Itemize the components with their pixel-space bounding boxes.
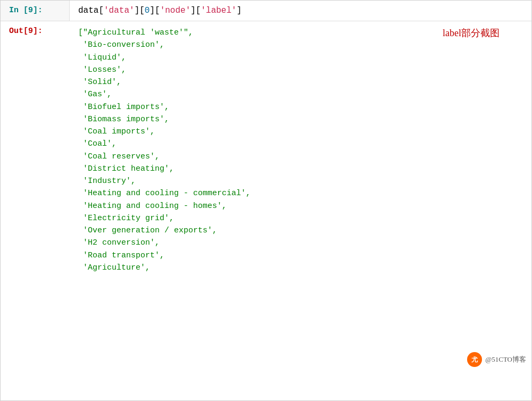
output-line: 'H2 conversion', [78,237,523,249]
output-line: 'Biomass imports', [78,113,523,126]
input-label: In [9]: [1,1,70,21]
output-line: 'Heating and cooling - commercial', [78,187,523,199]
input-cell: In [9]: data['data'][0]['node']['label'] [1,1,531,21]
output-line: 'District heating', [78,163,523,175]
output-line: 'Solid', [78,76,523,88]
output-line: 'Industry', [78,175,523,187]
output-lines: ["Agricultural 'waste'", 'Bio-conversion… [78,27,523,274]
watermark-icon: 尤 [471,355,478,364]
watermark-logo: 尤 [467,352,482,367]
output-line: 'Liquid', [78,52,523,64]
num1: 0 [145,6,150,15]
output-line: 'Coal', [78,138,523,150]
output-content: ["Agricultural 'waste'", 'Bio-conversion… [70,21,531,279]
output-line: 'Heating and cooling - homes', [78,200,523,212]
output-line: 'Over generation / exports', [78,224,523,237]
output-line: 'Losses', [78,64,523,76]
code-text: data [78,6,98,15]
bracket3: ][ [149,6,160,15]
output-line: 'Coal reserves', [78,151,523,163]
bracket2: ][ [135,6,145,15]
bracket5: ] [237,6,242,15]
output-line: 'Bio-conversion', [78,39,523,51]
output-line: 'Road transport', [78,249,523,262]
watermark: 尤 @51CTO博客 [467,352,526,367]
str3: 'label' [201,6,236,15]
code-area[interactable]: data['data'][0]['node']['label'] [70,1,531,21]
output-label: Out[9]: [1,21,70,41]
bracket4: ][ [190,6,201,15]
str1: 'data' [104,6,135,15]
output-line: 'Gas', [78,88,523,101]
output-line: 'Agriculture', [78,262,523,274]
output-counter: Out[9]: [9,27,43,36]
output-cell: Out[9]: ["Agricultural 'waste'", 'Bio-co… [1,21,531,372]
output-line: 'Electricity grid', [78,212,523,224]
bracket1: [ [98,6,104,15]
output-line: 'Coal imports', [78,126,523,138]
watermark-label: @51CTO博客 [485,355,526,364]
input-counter: In [9]: [9,6,43,15]
str2: 'node' [160,6,191,15]
annotation-text: label部分截图 [443,27,500,39]
output-line: 'Biofuel imports', [78,101,523,113]
